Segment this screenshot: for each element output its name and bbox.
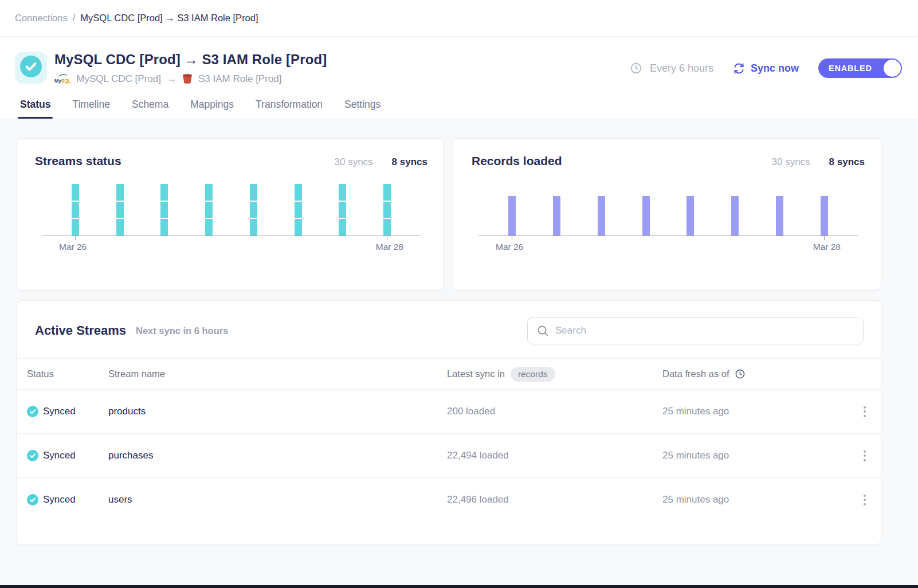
latest-sync-records: 22,496 loaded: [447, 494, 662, 505]
bar-segment: [295, 202, 302, 218]
source-name: MySQL CDC [Prod]: [76, 73, 161, 85]
range-option-8-syncs[interactable]: 8 syncs: [829, 156, 865, 168]
bar-segment: [508, 196, 516, 236]
bar-segment: [205, 202, 213, 218]
tab-schema[interactable]: Schema: [132, 99, 168, 119]
bar-segment: [731, 196, 739, 236]
bar-segment: [598, 196, 605, 236]
sync-bar[interactable]: [731, 196, 739, 236]
clock-icon: [630, 62, 642, 75]
records-loaded-title: Records loaded: [472, 154, 562, 168]
records-unit-badge[interactable]: records: [511, 367, 555, 382]
tab-status[interactable]: Status: [20, 99, 50, 119]
bar-segment: [339, 184, 346, 201]
breadcrumb-connections-link[interactable]: Connections: [15, 13, 68, 23]
data-fresh-value: 25 minutes ago: [662, 494, 853, 505]
records-loaded-card: Records loaded 30 syncs 8 syncs Mar 26 M…: [453, 138, 881, 291]
streams-table-body: Syncedproducts200 loaded25 minutes agoSy…: [17, 389, 881, 522]
sync-bar[interactable]: [116, 184, 124, 236]
bar-segment: [821, 196, 828, 236]
bar-segment: [642, 196, 650, 236]
sync-bar[interactable]: [250, 184, 257, 236]
bar-segment: [686, 196, 694, 236]
enabled-toggle-label: ENABLED: [818, 64, 872, 73]
synced-check-icon: [27, 450, 38, 461]
range-option-30-syncs[interactable]: 30 syncs: [335, 156, 373, 168]
tab-mappings[interactable]: Mappings: [190, 99, 234, 119]
enabled-toggle[interactable]: ENABLED: [818, 58, 902, 78]
bar-segment: [295, 219, 302, 236]
sync-now-label: Sync now: [751, 62, 799, 75]
main-content: Streams status 30 syncs 8 syncs Mar 26 M…: [0, 119, 918, 545]
streams-range-toggle: 30 syncs 8 syncs: [335, 156, 427, 168]
sync-bar[interactable]: [339, 184, 346, 236]
tab-timeline[interactable]: Timeline: [72, 99, 109, 119]
synced-check-icon: [27, 406, 38, 417]
latest-sync-records: 22,494 loaded: [447, 450, 662, 461]
bar-segment: [205, 219, 213, 236]
axis-tick: [387, 236, 388, 240]
streams-status-card: Streams status 30 syncs 8 syncs Mar 26 M…: [16, 138, 444, 291]
sync-bar[interactable]: [383, 184, 391, 236]
connection-header: MySQL CDC [Prod] → S3 IAM Role [Prod] My…: [0, 37, 918, 119]
range-option-8-syncs[interactable]: 8 syncs: [392, 156, 427, 168]
streams-status-chart: Mar 26 Mar 28: [35, 184, 427, 252]
sync-bar[interactable]: [776, 196, 783, 236]
records-loaded-chart: Mar 26 Mar 28: [472, 184, 865, 252]
destination-name: S3 IAM Role [Prod]: [198, 73, 282, 85]
breadcrumb-current: MySQL CDC [Prod] → S3 IAM Role [Prod]: [80, 13, 258, 23]
bar-segment: [72, 184, 79, 201]
bar-segment: [383, 202, 391, 218]
axis-tick: [512, 236, 513, 240]
x-axis-ticks: [35, 236, 427, 240]
arrow-right-icon: →: [166, 73, 176, 85]
bar-segment: [383, 184, 391, 201]
sync-schedule: Every 6 hours: [630, 62, 713, 75]
clock-icon: [735, 369, 746, 379]
next-sync-label: Next sync in 6 hours: [136, 326, 228, 336]
row-menu-button[interactable]: [859, 447, 870, 465]
sync-bar[interactable]: [160, 184, 168, 236]
bar-segment: [339, 219, 346, 236]
sync-bar[interactable]: [295, 184, 302, 236]
search-input[interactable]: [527, 317, 864, 344]
table-row[interactable]: Syncedusers22,496 loaded25 minutes ago: [17, 477, 881, 522]
bar-segment: [116, 202, 124, 218]
bar-segment: [553, 196, 560, 236]
bar-segment: [160, 202, 168, 218]
range-option-30-syncs[interactable]: 30 syncs: [772, 156, 810, 168]
tab-settings[interactable]: Settings: [344, 99, 380, 119]
bar-segment: [250, 184, 257, 201]
bars-area: [35, 184, 427, 236]
sync-bar[interactable]: [205, 184, 213, 236]
search-box: [527, 317, 864, 344]
data-fresh-value: 25 minutes ago: [662, 406, 853, 417]
row-menu-button[interactable]: [859, 491, 870, 509]
axis-tick: [824, 236, 825, 240]
s3-bucket-icon: [182, 73, 193, 85]
table-header: Status Stream name Latest sync in record…: [17, 358, 881, 389]
bar-segment: [116, 219, 124, 236]
search-icon: [536, 324, 549, 337]
schedule-label: Every 6 hours: [650, 62, 713, 75]
sync-now-button[interactable]: Sync now: [733, 62, 799, 75]
tab-transformation[interactable]: Transformation: [256, 99, 323, 119]
sync-bar[interactable]: [508, 196, 516, 236]
table-row[interactable]: Syncedproducts200 loaded25 minutes ago: [17, 389, 881, 433]
bar-segment: [160, 184, 168, 201]
bar-segment: [116, 184, 124, 201]
sync-bar[interactable]: [553, 196, 560, 236]
row-menu-button[interactable]: [859, 403, 870, 421]
sync-bar[interactable]: [72, 184, 79, 236]
bars-area: [472, 184, 865, 236]
sync-bar[interactable]: [642, 196, 650, 236]
connection-status-badge: [15, 52, 47, 84]
sync-bar[interactable]: [598, 196, 605, 236]
table-row[interactable]: Syncedpurchases22,494 loaded25 minutes a…: [17, 433, 881, 477]
stream-status-label: Synced: [43, 406, 76, 417]
sync-bar[interactable]: [821, 196, 828, 236]
sync-bar[interactable]: [686, 196, 694, 236]
bar-segment: [776, 196, 783, 236]
x-tick-label-end: Mar 28: [813, 242, 841, 252]
records-range-toggle: 30 syncs 8 syncs: [772, 156, 865, 168]
